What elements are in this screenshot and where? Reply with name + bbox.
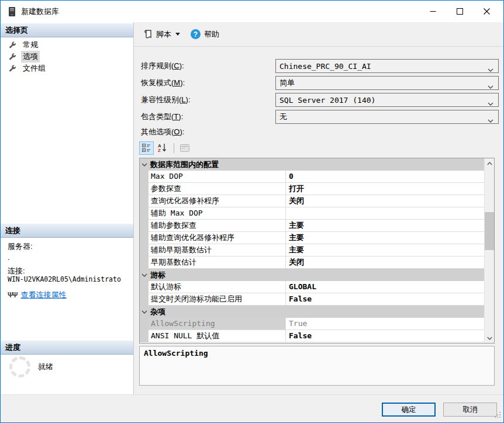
grid-property-row[interactable]: 默认游标GLOBAL <box>140 281 484 293</box>
property-description-panel: AllowScripting <box>139 346 495 386</box>
window-title: 新建数据库 <box>21 6 59 17</box>
row-indent <box>140 293 149 306</box>
grid-property-row[interactable]: 提交时关闭游标功能已启用False <box>140 293 484 306</box>
resize-grip[interactable] <box>494 411 502 421</box>
combo-2[interactable]: SQL Server 2017 (140) <box>275 93 499 107</box>
chevron-down-icon[interactable] <box>488 99 493 108</box>
script-dropdown-icon[interactable] <box>175 33 180 36</box>
row-indent <box>140 171 149 183</box>
property-value[interactable]: False <box>286 293 484 306</box>
property-value[interactable]: True <box>286 318 484 330</box>
select-page-header: 选择页 <box>1 23 133 37</box>
wrench-icon <box>8 53 16 61</box>
form-label-1: 恢复模式(M): <box>141 76 185 90</box>
dialog-content: 选择页 常规选项文件组 连接 服务器: . 连接: WIN-U2VKA02RL0… <box>1 22 503 394</box>
form-label-2: 兼容性级别(L): <box>141 93 191 107</box>
grid-property-row[interactable]: 辅助参数探查主要 <box>140 220 484 232</box>
collapse-icon[interactable] <box>140 306 149 318</box>
view-connection-properties-link[interactable]: 查看连接属性 <box>20 290 66 300</box>
form-label-0: 排序规则(C): <box>141 59 184 73</box>
row-indent <box>140 183 149 195</box>
grid-property-row[interactable]: AllowScriptingTrue <box>140 318 484 330</box>
help-icon: ? <box>191 29 201 39</box>
property-value[interactable] <box>286 207 484 220</box>
combo-0[interactable]: Chinese_PRC_90_CI_AI <box>275 59 499 73</box>
sidebar-item-1[interactable]: 选项 <box>1 51 133 63</box>
alphabetical-sort-button[interactable]: AZ <box>155 141 170 155</box>
scroll-down-icon[interactable] <box>485 333 494 343</box>
form-row-1: 恢复模式(M):简单 <box>134 76 503 90</box>
grid-category-row[interactable]: 游标 <box>140 269 484 281</box>
property-value[interactable]: GLOBAL <box>286 281 484 293</box>
property-value[interactable]: 关闭 <box>286 195 484 207</box>
property-value[interactable]: 主要 <box>286 220 484 232</box>
script-button[interactable]: 脚本 <box>141 27 183 42</box>
property-value[interactable]: False <box>286 330 484 342</box>
new-database-dialog: 新建数据库 选择页 常规选项文件组 连接 服务器: . 连接: WIN-U2VK… <box>0 0 504 423</box>
property-value[interactable]: 关闭 <box>286 256 484 269</box>
grid-category-row[interactable]: 数据库范围内的配置 <box>140 158 484 171</box>
help-label: 帮助 <box>204 29 219 40</box>
form-row-2: 兼容性级别(L):SQL Server 2017 (140) <box>134 93 503 107</box>
progress-spinner-icon <box>9 356 30 377</box>
dialog-toolbar: 脚本 ? 帮助 <box>134 22 503 47</box>
connection-properties-icon: ΨΨ <box>8 291 16 299</box>
connection-value: WIN-U2VKA02RL05\Administrato <box>8 275 132 283</box>
row-indent <box>140 207 149 220</box>
maximize-button[interactable] <box>446 1 473 22</box>
progress-header: 进度 <box>1 341 133 355</box>
cancel-button[interactable]: 取消 <box>443 403 497 417</box>
minimize-button[interactable] <box>419 1 446 22</box>
scrollbar-thumb[interactable] <box>485 212 494 250</box>
collapse-icon[interactable] <box>140 158 149 171</box>
property-pages-button <box>177 141 192 155</box>
property-name: 参数探查 <box>149 183 286 195</box>
close-button[interactable] <box>473 1 500 22</box>
grid-property-row[interactable]: 辅助 Max DOP <box>140 207 484 220</box>
svg-text:Z: Z <box>158 148 161 152</box>
help-button[interactable]: ? 帮助 <box>188 27 222 42</box>
wrench-icon <box>8 41 16 49</box>
property-grid-toolbar: AZ <box>139 141 193 155</box>
row-indent <box>140 330 149 342</box>
property-value[interactable]: 主要 <box>286 232 484 244</box>
server-value: . <box>8 253 10 262</box>
collapse-icon[interactable] <box>140 269 149 281</box>
combo-value: SQL Server 2017 (140) <box>279 96 375 105</box>
scroll-up-icon[interactable] <box>485 158 494 168</box>
grid-property-row[interactable]: 辅助查询优化器修补程序主要 <box>140 232 484 244</box>
form-row-0: 排序规则(C):Chinese_PRC_90_CI_AI <box>134 59 503 73</box>
grid-property-row[interactable]: 早期基数估计关闭 <box>140 256 484 269</box>
row-indent <box>140 232 149 244</box>
grid-property-row[interactable]: 查询优化器修补程序关闭 <box>140 195 484 207</box>
property-value[interactable]: 打开 <box>286 183 484 195</box>
property-name: 早期基数估计 <box>149 256 286 269</box>
property-grid-rows: 数据库范围内的配置Max DOP0参数探查打开查询优化器修补程序关闭辅助 Max… <box>140 158 484 342</box>
combo-1[interactable]: 简单 <box>275 76 499 90</box>
sidebar-item-2[interactable]: 文件组 <box>1 63 133 74</box>
grid-property-row[interactable]: 参数探查打开 <box>140 183 484 195</box>
grid-category-row[interactable]: 杂项 <box>140 306 484 318</box>
grid-property-row[interactable]: Max DOP0 <box>140 171 484 183</box>
sidebar-item-0[interactable]: 常规 <box>1 39 133 51</box>
row-indent <box>140 220 149 232</box>
vertical-scrollbar[interactable] <box>484 158 494 343</box>
combo-3[interactable]: 无 <box>275 110 499 124</box>
property-name: AllowScripting <box>149 318 286 330</box>
other-options-label: 其他选项(O): <box>141 127 184 137</box>
server-label: 服务器: <box>8 241 33 252</box>
categorized-button[interactable] <box>139 141 154 155</box>
combo-value: 简单 <box>279 78 295 88</box>
chevron-down-icon[interactable] <box>488 116 493 124</box>
property-value[interactable]: 主要 <box>286 244 484 256</box>
chevron-down-icon[interactable] <box>488 82 493 91</box>
property-name: 辅助查询优化器修补程序 <box>149 232 286 244</box>
grid-property-row[interactable]: ANSI NULL 默认值False <box>140 330 484 342</box>
grid-property-row[interactable]: 辅助早期基数估计主要 <box>140 244 484 256</box>
chevron-down-icon[interactable] <box>488 65 493 74</box>
row-indent <box>140 195 149 207</box>
property-name: 查询优化器修补程序 <box>149 195 286 207</box>
property-value[interactable]: 0 <box>286 171 484 183</box>
ok-button[interactable]: 确定 <box>382 403 436 417</box>
window-controls <box>419 1 503 22</box>
